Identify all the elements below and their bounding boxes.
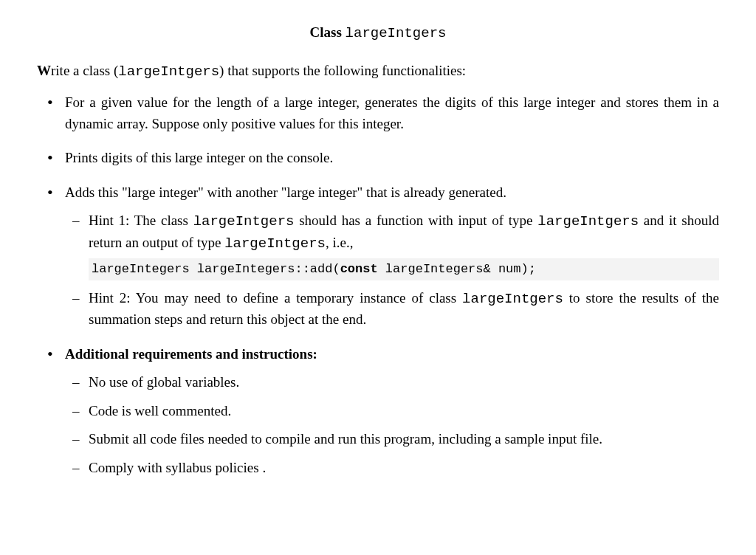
hint-2: Hint 2: You may need to define a tempora… bbox=[89, 288, 719, 331]
bullet-generate: For a given value for the length of a la… bbox=[65, 92, 719, 134]
intro-classname: largeIntgers bbox=[118, 63, 219, 80]
intro-paragraph: Write a class (largeIntgers) that suppor… bbox=[37, 61, 719, 83]
title-label: Class bbox=[310, 24, 342, 40]
hint2-prefix: Hint 2: You may need to define a tempora… bbox=[89, 290, 462, 306]
hints-list: Hint 1: The class largeIntgers should ha… bbox=[65, 210, 719, 331]
title-classname: largeIntgers bbox=[346, 25, 447, 41]
req-submit: Submit all code files needed to compile … bbox=[89, 429, 719, 450]
hint1-c2: largeIntgers bbox=[537, 213, 639, 230]
hint1-c1: largeIntgers bbox=[193, 213, 295, 230]
document-title: Class largeIntgers bbox=[37, 22, 719, 44]
req-text: Code is well commented. bbox=[89, 403, 231, 418]
hint1-c3: largeIntgers bbox=[224, 235, 326, 252]
intro-suffix: ) that supports the following functional… bbox=[219, 63, 466, 78]
code-signature: largeIntegers largeIntegers::add(const l… bbox=[89, 258, 719, 280]
req-no-globals: No use of global variables. bbox=[89, 372, 719, 393]
hint1-prefix: Hint 1: The class bbox=[89, 213, 193, 228]
req-text: No use of global variables. bbox=[89, 374, 239, 390]
req-text: Submit all code files needed to compile … bbox=[89, 431, 602, 447]
hint1-mid1: should has a function with input of type bbox=[294, 213, 537, 228]
bullet-print: Prints digits of this large integer on t… bbox=[65, 148, 719, 169]
bullet-add: Adds this "large integer" with another "… bbox=[65, 182, 719, 331]
code-part1: largeIntegers largeIntegers::add( bbox=[92, 262, 340, 276]
hint-1: Hint 1: The class largeIntgers should ha… bbox=[89, 210, 719, 280]
intro-prefix: rite a class ( bbox=[51, 63, 118, 78]
bullet-additional: Additional requirements and instructions… bbox=[65, 344, 719, 479]
intro-first-letter: W bbox=[37, 63, 51, 78]
code-part2: largeIntegers& num); bbox=[378, 262, 536, 276]
bullet-text: For a given value for the length of a la… bbox=[65, 94, 719, 131]
hint2-c1: largeIntgers bbox=[462, 291, 563, 307]
additional-list: No use of global variables. Code is well… bbox=[65, 372, 719, 478]
req-syllabus: Comply with syllabus policies . bbox=[89, 458, 719, 479]
additional-heading: Additional requirements and instructions… bbox=[65, 346, 317, 362]
requirements-list: For a given value for the length of a la… bbox=[37, 92, 719, 478]
bullet-text: Prints digits of this large integer on t… bbox=[65, 150, 333, 165]
req-comments: Code is well commented. bbox=[89, 401, 719, 422]
req-text: Comply with syllabus policies . bbox=[89, 460, 266, 475]
bullet-text: Adds this "large integer" with another "… bbox=[65, 185, 506, 200]
hint1-suffix: , i.e., bbox=[326, 235, 353, 250]
code-keyword: const bbox=[340, 262, 378, 276]
